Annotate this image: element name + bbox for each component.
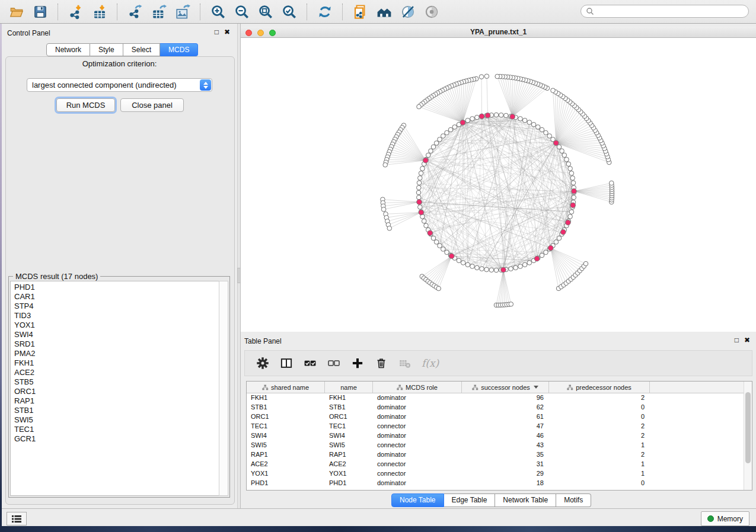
graph-node[interactable] — [564, 157, 569, 162]
table-cell[interactable]: 62 — [462, 402, 549, 412]
graph-node[interactable] — [495, 74, 500, 79]
table-cell[interactable]: 43 — [462, 440, 549, 450]
graph-node[interactable] — [522, 118, 527, 123]
tab-mcds[interactable]: MCDS — [160, 43, 198, 56]
import-table-icon[interactable] — [91, 4, 109, 20]
mcds-node-item[interactable]: RAP1 — [14, 396, 219, 406]
table-cell[interactable]: STB1 — [247, 402, 325, 412]
zoom-selected-icon[interactable] — [280, 4, 298, 20]
open-session-icon[interactable] — [8, 4, 25, 20]
show-panels-button[interactable] — [7, 512, 27, 525]
graph-node[interactable] — [452, 125, 457, 130]
mcds-node[interactable] — [460, 120, 465, 126]
table-cell[interactable]: ORC1 — [325, 412, 373, 421]
table-cell[interactable]: 2 — [549, 450, 650, 459]
graph-node[interactable] — [551, 88, 556, 93]
graph-node[interactable] — [431, 145, 436, 149]
table-row[interactable]: TEC1TEC1connector472 — [247, 421, 744, 431]
table-cell[interactable]: dominator — [373, 431, 462, 440]
mcds-node-item[interactable]: FKH1 — [14, 358, 219, 368]
table-cell[interactable]: ACE2 — [325, 459, 373, 469]
table-cell[interactable]: 1 — [549, 459, 650, 469]
table-cell[interactable]: RAP1 — [325, 450, 373, 459]
mcds-node[interactable] — [423, 158, 429, 163]
graph-node[interactable] — [448, 127, 453, 132]
graph-node[interactable] — [441, 247, 446, 252]
graph-node[interactable] — [434, 141, 439, 146]
graph-node[interactable] — [535, 125, 540, 130]
table-body[interactable]: FKH1FKH1dominator962STB1STB1dominator620… — [247, 393, 744, 490]
table-cell[interactable]: FKH1 — [325, 393, 373, 402]
graph-node[interactable] — [475, 115, 480, 120]
table-cell[interactable]: 47 — [462, 421, 549, 431]
graph-node[interactable] — [422, 219, 426, 223]
table-scrollbar[interactable] — [744, 382, 752, 490]
table-cell[interactable]: 61 — [462, 412, 549, 421]
graph-node[interactable] — [522, 262, 527, 267]
table-cell[interactable]: SWI5 — [325, 440, 373, 450]
column-header-MCDS-role[interactable]: MCDS role — [373, 382, 462, 393]
table-cell[interactable]: connector — [373, 469, 462, 478]
graph-node[interactable] — [419, 171, 423, 176]
mcds-node[interactable] — [510, 114, 515, 120]
graph-node[interactable] — [494, 268, 499, 273]
graph-node[interactable] — [513, 265, 518, 270]
table-cell[interactable]: ORC1 — [247, 412, 325, 421]
graph-node[interactable] — [518, 264, 523, 269]
graph-node[interactable] — [441, 134, 446, 139]
deselect-all-icon[interactable] — [327, 356, 341, 370]
mcds-node[interactable] — [419, 210, 424, 215]
table-cell[interactable]: 2 — [549, 431, 650, 440]
graph-node[interactable] — [431, 236, 436, 241]
table-cell[interactable]: dominator — [373, 402, 462, 412]
mcds-node[interactable] — [566, 220, 571, 225]
table-cell[interactable]: connector — [373, 459, 462, 469]
graph-node[interactable] — [531, 122, 536, 127]
mcds-node[interactable] — [570, 203, 576, 208]
mcds-node-item[interactable]: ORC1 — [14, 387, 219, 396]
mcds-node-item[interactable]: STP4 — [14, 302, 219, 311]
mcds-node[interactable] — [417, 200, 422, 205]
mcds-node-item[interactable]: STB1 — [14, 406, 219, 415]
mcds-node[interactable] — [548, 245, 553, 251]
table-cell[interactable]: 2 — [549, 393, 650, 402]
float-panel-icon[interactable]: □ — [215, 28, 219, 36]
graph-node[interactable] — [417, 195, 422, 200]
graph-node[interactable] — [557, 236, 562, 241]
mcds-node-item[interactable]: TID3 — [14, 311, 219, 321]
mcds-node[interactable] — [561, 229, 566, 235]
graph-node[interactable] — [417, 104, 422, 109]
graph-node[interactable] — [418, 176, 423, 181]
table-cell[interactable]: SWI5 — [247, 440, 325, 450]
zoom-fit-icon[interactable] — [257, 4, 275, 20]
graph-node[interactable] — [568, 214, 573, 219]
mcds-list-scrollbar[interactable] — [219, 281, 228, 496]
table-row[interactable]: ACE2ACE2connector311 — [247, 459, 744, 469]
graph-node[interactable] — [438, 243, 442, 248]
graph-node[interactable] — [479, 75, 484, 79]
graph-node[interactable] — [420, 166, 425, 171]
graph-node[interactable] — [417, 185, 422, 190]
mcds-node[interactable] — [428, 230, 433, 236]
tab-style[interactable]: Style — [90, 43, 123, 56]
graph-node[interactable] — [417, 181, 422, 185]
graph-node[interactable] — [424, 223, 429, 228]
hide-graphics-details-icon[interactable] — [399, 4, 417, 20]
graph-node[interactable] — [484, 74, 489, 79]
table-mode-icon[interactable] — [256, 356, 270, 370]
table-cell[interactable]: SWI4 — [247, 431, 325, 440]
graph-node[interactable] — [544, 130, 548, 135]
graph-node[interactable] — [572, 195, 576, 200]
search-field[interactable] — [580, 5, 749, 18]
tab-motifs[interactable]: Motifs — [556, 493, 591, 507]
close-panel-icon[interactable]: ✖ — [224, 28, 230, 36]
table-row[interactable]: ORC1ORC1dominator610 — [247, 412, 744, 421]
export-image-icon[interactable] — [174, 4, 192, 20]
graph-node[interactable] — [470, 117, 475, 121]
table-row[interactable]: RAP1RAP1dominator352 — [247, 450, 744, 459]
graph-node[interactable] — [480, 267, 484, 271]
graph-node[interactable] — [560, 149, 564, 153]
table-cell[interactable]: 18 — [462, 478, 549, 488]
mcds-result-list[interactable]: PHD1CAR1STP4TID3YOX1SWI4SRD1PMA2FKH1ACE2… — [10, 281, 220, 496]
export-network-icon[interactable] — [126, 4, 144, 20]
